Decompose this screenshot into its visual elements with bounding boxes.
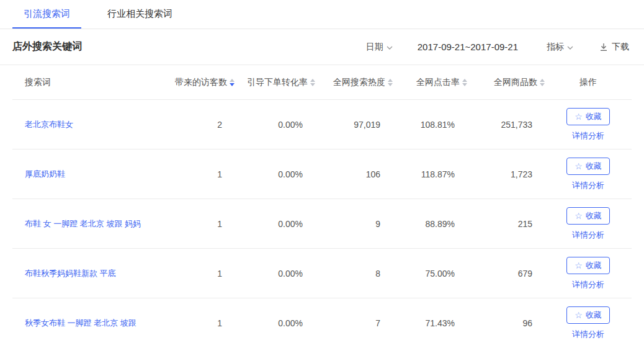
cell-conversion: 0.00% (235, 120, 315, 130)
page: 引流搜索词 行业相关搜索词 店外搜索关键词 日期 2017-09-21~2017… (0, 0, 644, 348)
detail-analysis-link[interactable]: 详情分析 (572, 279, 604, 290)
keyword-link[interactable]: 厚底奶奶鞋 (25, 169, 65, 179)
metric-dropdown-label: 指标 (547, 42, 564, 53)
keyword-link[interactable]: 秋季女布鞋 一脚蹬 老北京 坡跟 (25, 318, 136, 328)
date-range[interactable]: 2017-09-21~2017-09-21 (418, 42, 518, 52)
cell-products: 251,733 (467, 120, 545, 130)
cell-ctr: 75.00% (393, 269, 467, 279)
cell-heat: 106 (315, 169, 393, 179)
col-header-heat: 全网搜索热度 (315, 77, 393, 88)
tab-bar: 引流搜索词 行业相关搜索词 (0, 0, 644, 29)
col-header-visitors: 带来的访客数 (163, 77, 235, 88)
col-header-keyword: 搜索词 (12, 77, 163, 88)
cell-products: 1,723 (467, 169, 545, 179)
detail-analysis-link[interactable]: 详情分析 (572, 329, 604, 340)
keyword-link[interactable]: 布鞋秋季妈妈鞋新款 平底 (25, 269, 116, 278)
table-row: 秋季女布鞋 一脚蹬 老北京 坡跟 1 0.00% 7 71.43% 96 ☆收藏… (12, 298, 632, 348)
cell-heat: 8 (315, 269, 393, 279)
chevron-down-icon (567, 46, 573, 50)
date-dropdown[interactable]: 日期 (366, 42, 393, 53)
cell-visitors: 2 (163, 120, 235, 130)
star-icon: ☆ (575, 112, 583, 121)
cell-conversion: 0.00% (235, 318, 315, 328)
favorite-button[interactable]: ☆收藏 (566, 257, 610, 274)
cell-conversion: 0.00% (235, 219, 315, 229)
cell-ctr: 88.89% (393, 219, 467, 229)
chevron-down-icon (387, 46, 393, 50)
cell-visitors: 1 (163, 219, 235, 229)
cell-products: 96 (467, 318, 545, 328)
sort-icon-ctr[interactable] (462, 79, 467, 86)
favorite-button[interactable]: ☆收藏 (566, 207, 610, 225)
cell-heat: 7 (315, 318, 393, 328)
sort-icon-visitors[interactable] (230, 79, 235, 86)
toolbar: 日期 2017-09-21~2017-09-21 指标 下载 (366, 42, 629, 53)
detail-analysis-link[interactable]: 详情分析 (572, 180, 604, 191)
cell-visitors: 1 (163, 269, 235, 279)
star-icon: ☆ (575, 261, 583, 270)
col-header-ctr: 全网点击率 (393, 77, 467, 88)
table-row: 布鞋秋季妈妈鞋新款 平底 1 0.00% 8 75.00% 679 ☆收藏 详情… (12, 249, 632, 298)
cell-ctr: 118.87% (393, 169, 467, 179)
keyword-link[interactable]: 老北京布鞋女 (25, 120, 73, 129)
table-row: 厚底奶奶鞋 1 0.00% 106 118.87% 1,723 ☆收藏 详情分析 (12, 149, 632, 199)
page-title: 店外搜索关键词 (12, 40, 82, 53)
detail-analysis-link[interactable]: 详情分析 (572, 130, 604, 141)
cell-conversion: 0.00% (235, 269, 315, 279)
cell-heat: 97,019 (315, 120, 393, 130)
keywords-table: 搜索词 带来的访客数 引导下单转化率 全网搜索热度 全网点击率 全网商品数 操 (12, 65, 632, 348)
star-icon: ☆ (575, 162, 583, 171)
cell-visitors: 1 (163, 318, 235, 328)
download-button[interactable]: 下载 (599, 42, 629, 53)
sort-icon-products[interactable] (540, 79, 545, 86)
col-header-conversion: 引导下单转化率 (235, 77, 315, 88)
download-icon (599, 43, 608, 51)
table-row: 老北京布鞋女 2 0.00% 97,019 108.81% 251,733 ☆收… (12, 100, 632, 149)
favorite-button[interactable]: ☆收藏 (566, 108, 610, 125)
favorite-button[interactable]: ☆收藏 (566, 306, 610, 324)
date-dropdown-label: 日期 (366, 42, 383, 53)
cell-products: 679 (467, 269, 545, 279)
table-row: 布鞋 女 一脚蹬 老北京 坡跟 妈妈 1 0.00% 9 88.89% 215 … (12, 199, 632, 249)
sort-icon-heat[interactable] (388, 79, 393, 86)
detail-analysis-link[interactable]: 详情分析 (572, 230, 604, 241)
col-header-action: 操作 (545, 77, 632, 88)
table-header: 搜索词 带来的访客数 引导下单转化率 全网搜索热度 全网点击率 全网商品数 操 (12, 65, 632, 100)
download-label: 下载 (612, 42, 629, 53)
cell-conversion: 0.00% (235, 169, 315, 179)
cell-ctr: 71.43% (393, 318, 467, 328)
sort-icon-conversion[interactable] (310, 79, 315, 86)
metric-dropdown[interactable]: 指标 (547, 42, 573, 53)
star-icon: ☆ (575, 212, 583, 220)
favorite-button[interactable]: ☆收藏 (566, 158, 610, 175)
keyword-link[interactable]: 布鞋 女 一脚蹬 老北京 坡跟 妈妈 (25, 219, 141, 228)
tab-industry-related-words[interactable]: 行业相关搜索词 (96, 0, 184, 29)
col-header-products: 全网商品数 (467, 77, 545, 88)
cell-heat: 9 (315, 219, 393, 229)
tab-traffic-search-words[interactable]: 引流搜索词 (12, 0, 81, 29)
section-header: 店外搜索关键词 日期 2017-09-21~2017-09-21 指标 下载 (0, 29, 644, 65)
cell-visitors: 1 (163, 169, 235, 179)
cell-products: 215 (467, 219, 545, 229)
star-icon: ☆ (575, 311, 583, 319)
cell-ctr: 108.81% (393, 120, 467, 130)
